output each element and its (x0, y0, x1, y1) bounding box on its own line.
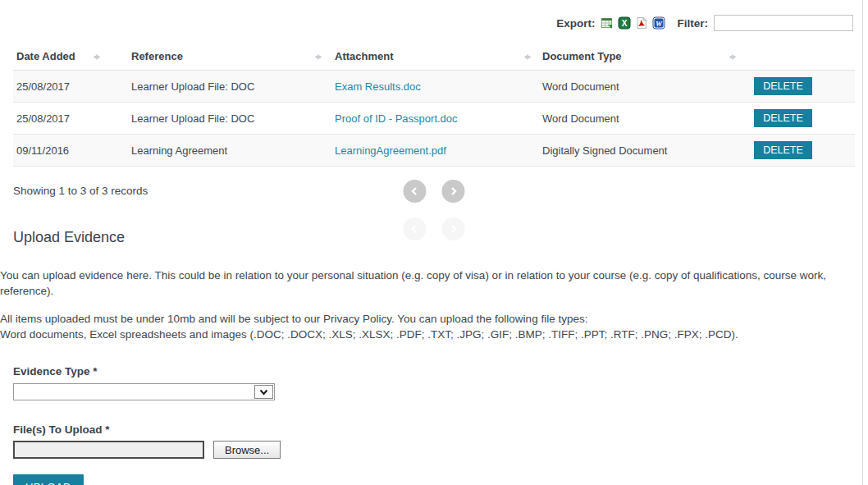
table-header-row: Date Added Reference Attachment Document… (13, 43, 855, 71)
delete-button[interactable]: DELETE (754, 77, 812, 95)
export-icon-group: X W (601, 16, 665, 30)
export-pdf-icon[interactable] (635, 16, 648, 30)
file-path-input[interactable] (13, 441, 204, 459)
table-row: 25/08/2017 Learner Upload File: DOC Exam… (13, 71, 855, 103)
cell-date-added: 25/08/2017 (13, 71, 128, 103)
cell-date-added: 25/08/2017 (13, 103, 128, 135)
upload-rules-line1: All items uploaded must be under 10mb an… (0, 311, 868, 327)
cell-reference: Learner Upload File: DOC (128, 103, 331, 135)
column-header-label: Attachment (335, 50, 394, 62)
sort-icon[interactable] (729, 51, 736, 63)
pagination (404, 180, 465, 203)
upload-rules-text: All items uploaded must be under 10mb an… (0, 311, 868, 342)
attachment-link[interactable]: LearningAgreement.pdf (335, 144, 446, 157)
cell-document-type: Digitally Signed Document (539, 135, 739, 167)
evidence-table-body: 25/08/2017 Learner Upload File: DOC Exam… (13, 71, 855, 167)
filter-input[interactable] (714, 15, 853, 31)
attachment-link[interactable]: Proof of ID - Passport.doc (335, 112, 458, 125)
chevron-down-icon (259, 389, 268, 396)
column-header-attachment[interactable]: Attachment (331, 43, 539, 71)
upload-intro-text: You can upload evidence here. This could… (0, 268, 868, 299)
sort-icon[interactable] (315, 51, 322, 63)
sort-icon[interactable] (524, 51, 531, 63)
table-row: 09/11/2016 Learning Agreement LearningAg… (13, 135, 855, 167)
cell-reference: Learner Upload File: DOC (128, 71, 331, 103)
cell-actions: DELETE (739, 135, 855, 167)
cell-document-type: Word Document (539, 103, 739, 135)
export-excel-icon[interactable]: X (618, 16, 631, 30)
evidence-type-select[interactable] (13, 383, 275, 400)
cell-document-type: Word Document (539, 71, 739, 103)
cell-attachment: Exam Results.doc (331, 71, 539, 103)
column-header-actions (739, 43, 855, 71)
delete-button[interactable]: DELETE (754, 141, 812, 159)
cell-date-added: 09/11/2016 (13, 135, 128, 167)
column-header-label: Reference (131, 50, 183, 62)
column-header-document-type[interactable]: Document Type (539, 43, 739, 71)
select-dropdown-button[interactable] (254, 385, 273, 399)
filter-label: Filter: (677, 17, 708, 30)
files-to-upload-label: File(s) To Upload * (13, 423, 868, 436)
evidence-type-label: Evidence Type * (13, 365, 868, 377)
column-header-reference[interactable]: Reference (128, 43, 331, 71)
column-header-date-added[interactable]: Date Added (13, 43, 128, 71)
cell-attachment: Proof of ID - Passport.doc (331, 103, 539, 135)
delete-button[interactable]: DELETE (754, 109, 812, 127)
export-label: Export: (556, 17, 595, 30)
sort-icon[interactable] (94, 51, 100, 63)
evidence-table: Date Added Reference Attachment Document… (13, 43, 855, 167)
svg-text:X: X (622, 19, 628, 28)
column-header-label: Date Added (16, 50, 75, 62)
table-row: 25/08/2017 Learner Upload File: DOC Proo… (13, 103, 855, 135)
column-header-label: Document Type (542, 50, 622, 62)
svg-text:W: W (656, 20, 663, 28)
page-right-border (862, 0, 863, 485)
chevron-right-icon (450, 187, 458, 195)
records-summary: Showing 1 to 3 of 3 records (13, 185, 148, 197)
export-word-icon[interactable]: W (652, 16, 665, 30)
cell-actions: DELETE (739, 71, 855, 103)
upload-evidence-title: Upload Evidence (13, 229, 868, 246)
pagination-prev-button[interactable] (404, 180, 427, 203)
cell-reference: Learning Agreement (128, 135, 331, 167)
browse-button[interactable]: Browse... (213, 441, 281, 459)
table-toolbar: Export: X (0, 0, 868, 31)
pagination-next-button[interactable] (442, 180, 465, 203)
upload-rules-line2: Word documents, Excel spreadsheets and i… (0, 327, 868, 342)
export-excel-csv-icon[interactable] (601, 16, 614, 30)
chevron-left-icon (411, 187, 419, 195)
upload-button[interactable]: UPLOAD (13, 474, 84, 485)
table-footer: Showing 1 to 3 of 3 records (13, 180, 855, 204)
cell-actions: DELETE (739, 103, 855, 135)
cell-attachment: LearningAgreement.pdf (331, 135, 539, 167)
attachment-link[interactable]: Exam Results.doc (335, 80, 421, 93)
file-upload-row: Browse... (13, 441, 868, 459)
